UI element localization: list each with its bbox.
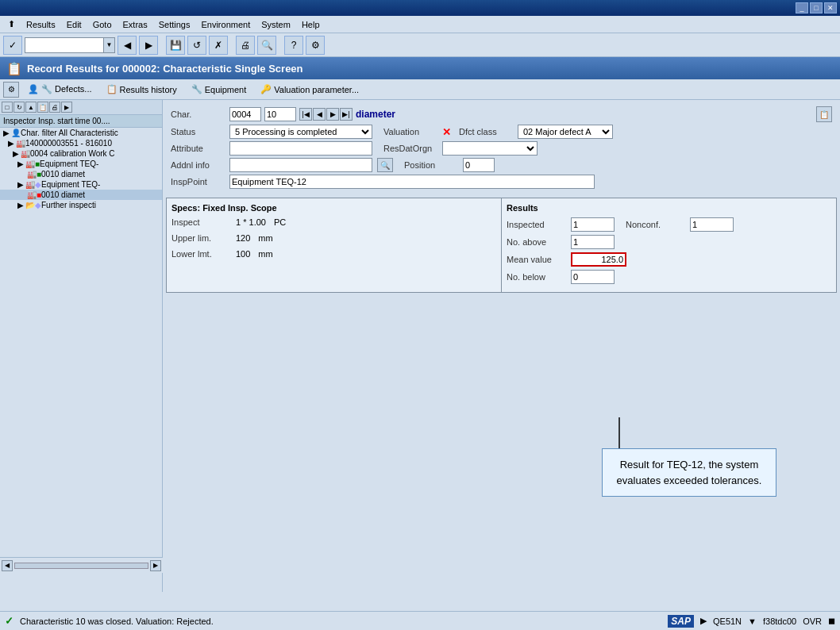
find-btn[interactable]: 🔍 [257,36,276,55]
tree-icon-3: 🏭 [25,159,35,168]
dfct-class-select[interactable]: 02 Major defect A [518,125,613,139]
nav-prev[interactable]: ◀ [313,108,326,121]
status-right: SAP ▶ QE51N ▼ f38tdc00 OVR ◼ [668,615,835,628]
menu-results[interactable]: Results [21,18,60,31]
status-row: Status 5 Processing is completed Valuati… [171,125,832,139]
window-controls[interactable]: _ □ ✕ [796,2,837,13]
tree-icon-7: 📂 [25,201,35,209]
minimize-btn[interactable]: _ [796,2,808,13]
insp-point-input[interactable] [229,175,595,189]
close-btn[interactable]: ✕ [824,2,837,13]
attribute-input[interactable] [229,141,372,156]
specs-results-container: Specs: Fixed Insp. Scope Inspect 1 * 1.0… [166,198,837,293]
save-btn[interactable]: 💾 [166,36,185,55]
tree-btn-5[interactable]: 🖨 [49,102,60,113]
command-input-wrapper: ▼ [25,37,115,53]
tree-item-4[interactable]: 🏭 ■ 0010 diamet [0,169,162,179]
command-input[interactable] [25,37,104,53]
menu-settings[interactable]: Settings [154,18,195,31]
lower-lim-value: 100 [236,249,250,259]
nav-arrow: ▶ [700,616,707,626]
tree-item-2[interactable]: ▶ 🏭 0004 calibration Work C [0,148,162,159]
mean-value-input[interactable] [571,252,626,267]
menu-extras[interactable]: Extras [118,18,152,31]
addnl-info-input[interactable] [229,158,372,172]
system-label: QE51N [713,617,742,626]
no-above-row: No. above [507,235,831,249]
equipment-label: Equipment [205,85,247,94]
scroll-right[interactable]: ▶ [150,560,161,571]
tree-btn-1[interactable]: □ [2,102,13,113]
settings-btn[interactable]: ⚙ [306,36,325,55]
menu-system[interactable]: System [256,18,295,31]
addnl-info-btn[interactable]: 🔍 [377,158,393,172]
menu-edit[interactable]: Edit [62,18,87,31]
toolbar-config-btn[interactable]: ⚙ [3,82,19,98]
char-row: Char. |◀ ◀ ▶ ▶| diameter 📋 [171,106,832,122]
menu-environment[interactable]: Environment [196,18,255,31]
position-input[interactable] [463,158,495,172]
results-history-label: Results history [120,85,177,94]
client-label: f38tdc00 [763,617,796,626]
tree-btn-2[interactable]: ↻ [13,102,25,113]
tree-label-1: 140000003551 - 816010 [25,139,112,148]
res-dat-orgn-select[interactable] [442,141,538,156]
status-select[interactable]: 5 Processing is completed [229,125,372,139]
cancel-btn[interactable]: ✗ [209,36,228,55]
tree-item-5[interactable]: ▶ 🏭 ◆ Equipment TEQ- [0,179,162,190]
sap-logo: SAP [668,615,694,628]
mode-label: OVR [803,617,822,626]
tree-btn-3[interactable]: ▲ [25,102,37,113]
char-info-btn[interactable]: 📋 [816,106,832,122]
dfct-class-label: Dfct class [459,127,514,136]
refresh-btn[interactable]: ↺ [187,36,206,55]
tree-label-6: 0010 diamet [41,190,85,199]
tree-status-5: ◆ [35,180,41,189]
nonconf-input[interactable] [690,217,734,232]
mean-value-row: Mean value [507,252,831,267]
command-dropdown[interactable]: ▼ [104,37,115,53]
defects-icon: 👤 [28,84,39,94]
scroll-left[interactable]: ◀ [2,560,13,571]
menu-back-icon[interactable]: ⬆ [3,17,20,31]
tree-arrow-0: ▶ [3,129,10,137]
results-history-btn[interactable]: 📋 Results history [101,82,183,97]
help-btn[interactable]: ? [284,36,303,55]
char-title: diameter [356,109,395,120]
tree-icon-5: 🏭 [25,180,35,189]
nav-last[interactable]: ▶| [340,108,353,121]
check-btn[interactable]: ✓ [3,36,22,55]
maximize-btn[interactable]: □ [810,2,823,13]
upper-lim-row: Upper lim. 120 mm [171,233,496,243]
tree-item-6[interactable]: 🏭 ■ 0010 diamet [0,190,162,200]
secondary-toolbar: ⚙ 👤 🔧 Defects... 📋 Results history 🔧 Equ… [0,79,840,100]
menu-goto[interactable]: Goto [88,18,117,31]
valuation-param-btn[interactable]: 🔑 Valuation parameter... [255,82,364,97]
tree-item-1[interactable]: ▶ 🏭 140000003551 - 816010 [0,138,162,148]
tree-btn-6[interactable]: ▶ [61,102,72,113]
menu-help[interactable]: Help [297,18,325,31]
tooltip-box: Result for TEQ-12, the system evaluates … [602,448,776,497]
defects-btn[interactable]: 👤 🔧 Defects... [22,82,98,97]
back-btn[interactable]: ◀ [118,36,137,55]
forward-btn[interactable]: ▶ [139,36,158,55]
char-input1[interactable] [229,107,261,121]
equipment-btn[interactable]: 🔧 Equipment [186,82,252,97]
tree-icon-6: 🏭 [27,190,37,199]
nav-next[interactable]: ▶ [326,108,339,121]
inspected-input[interactable] [571,217,615,232]
tree-icon-1: 🏭 [16,139,25,148]
position-label: Position [404,160,460,170]
results-panel: Results Inspected Nonconf. No. above Mea… [502,198,836,292]
no-below-input[interactable] [571,270,615,284]
tree-item-7[interactable]: ▶ 📂 ◆ Further inspecti [0,200,162,210]
print-btn[interactable]: 🖨 [236,36,255,55]
right-panel: Char. |◀ ◀ ▶ ▶| diameter 📋 Status 5 Proc… [163,100,840,592]
tree-item-3[interactable]: ▶ 🏭 ■ Equipment TEQ- [0,159,162,169]
tree-btn-4[interactable]: 📋 [37,102,48,113]
tree-item-0[interactable]: ▶ 👤 Char. filter All Characteristic [0,128,162,138]
nav-first[interactable]: |◀ [299,108,312,121]
char-input2[interactable] [264,107,296,121]
no-above-input[interactable] [571,235,615,249]
tree-label-4: 0010 diamet [41,170,85,179]
